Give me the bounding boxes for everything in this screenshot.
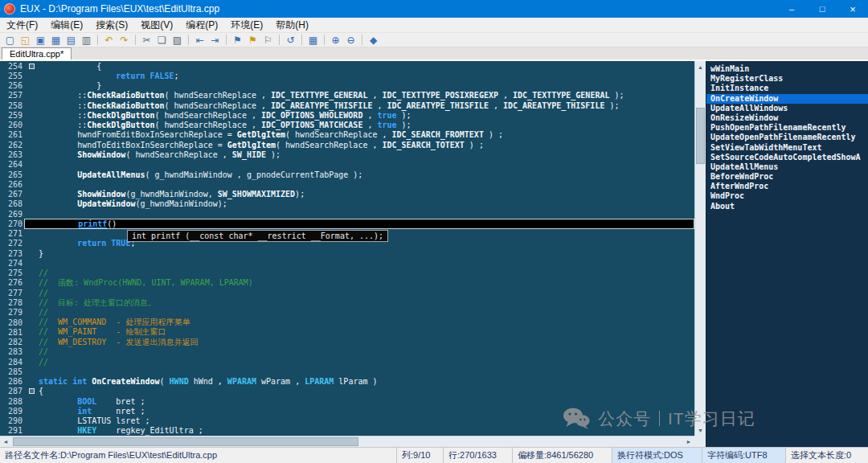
code-line[interactable]: 257 ::CheckRadioButton( hwndSearchReplac… [0,91,694,100]
code-line[interactable]: 265 UpdateAllMenus( g_hwndMainWindow , g… [0,170,694,179]
code-line[interactable]: 259 ::CheckDlgButton( hwndSearchReplace … [0,110,694,120]
close-button[interactable]: × [837,0,868,18]
horizontal-scrollbar[interactable]: ◄ ► [0,436,694,447]
line-number[interactable]: 272 [0,239,24,248]
line-number[interactable]: 287 [0,387,24,395]
minimize-button[interactable]: – [776,0,807,18]
copy-button[interactable]: ❏ [154,33,170,47]
line-number[interactable]: 281 [0,328,24,337]
bookmark-next-button[interactable]: ⚑ [245,33,260,47]
line-number[interactable]: 273 [0,249,24,258]
horizontal-scrollbar-thumb[interactable] [13,437,358,446]
line-number[interactable]: 279 [0,308,24,317]
vertical-scrollbar[interactable]: ▲ ▼ [694,61,706,436]
line-number[interactable]: 266 [0,180,24,189]
function-list-item[interactable]: AfterWndProc [706,182,868,191]
code-line[interactable]: 258 ::CheckRadioButton( hwndSearchReplac… [0,100,694,110]
bookmark-clear-button[interactable]: ⚐ [260,33,276,47]
maximize-button[interactable]: □ [807,0,837,18]
line-number[interactable]: 259 [0,111,24,120]
code-line[interactable]: 255 return FALSE; [0,71,694,80]
line-number[interactable]: 283 [0,347,24,356]
line-number[interactable]: 269 [0,210,24,219]
code-line[interactable]: 273} [0,248,694,258]
code-line[interactable]: 286static int OnCreateWindow( HWND hWnd … [0,377,694,387]
line-number[interactable]: 286 [0,377,24,386]
paste-button[interactable]: ▨ [170,33,185,47]
line-number[interactable]: 268 [0,199,24,208]
redo-button[interactable]: ↷ [117,33,132,47]
code-line[interactable]: 278// 目标: 处理主窗口的消息。 [0,297,694,307]
function-list-item[interactable]: UpdateOpenPathFilenameRecently [706,133,868,142]
code-line[interactable]: 283// [0,347,694,357]
print-button[interactable]: ▥ [79,33,94,47]
code-line[interactable]: 263 ShowWindow( hwndSearchReplace , SW_H… [0,150,694,159]
function-list-item[interactable]: OnResizeWindow [706,113,868,123]
code-line[interactable]: 264 [0,160,694,170]
scroll-right-icon[interactable]: ► [683,436,694,447]
code-line[interactable]: 256 } [0,81,694,91]
line-number[interactable]: 280 [0,318,24,327]
window-list-button[interactable]: ▦ [305,33,321,47]
tab-editultra-cpp[interactable]: EditUltra.cpp* [2,47,72,59]
line-number[interactable]: 278 [0,298,24,307]
line-number[interactable]: 291 [0,426,24,435]
function-list-item[interactable]: MyRegisterClass [706,74,868,84]
line-number[interactable]: 276 [0,278,24,287]
line-number[interactable]: 271 [0,229,24,238]
line-number[interactable]: 254 [0,62,24,71]
line-number[interactable]: 290 [0,416,24,425]
function-list-item[interactable]: OnCreateWindow [706,94,868,104]
line-number[interactable]: 255 [0,72,24,80]
new-file-button[interactable]: ▢ [2,33,18,47]
line-number[interactable]: 275 [0,268,24,277]
vertical-scrollbar-thumb[interactable] [696,108,705,164]
line-number[interactable]: 285 [0,367,24,376]
menu-item-file[interactable]: 文件(F) [0,18,44,33]
code-line[interactable]: 254 { [0,61,694,71]
line-number[interactable]: 284 [0,358,24,367]
code-line[interactable]: 266 [0,179,694,189]
code-line[interactable]: 284// [0,357,694,367]
fold-marker-icon[interactable] [29,388,35,394]
zoom-in-button[interactable]: ⊕ [328,33,343,47]
menu-item-help[interactable]: 帮助(H) [269,18,315,33]
undo-button[interactable]: ↶ [101,33,117,47]
line-number[interactable]: 258 [0,101,24,110]
line-number[interactable]: 264 [0,160,24,169]
menu-item-program[interactable]: 编程(P) [179,18,224,33]
code-line[interactable]: 268 UpdateWindow(g_hwndMainWindow); [0,199,694,209]
line-number[interactable]: 282 [0,338,24,346]
open-file-button[interactable]: ◱ [18,33,33,47]
menu-item-search[interactable]: 搜索(S) [89,18,134,33]
function-list-item[interactable]: BeforeWndProc [706,172,868,182]
menu-item-edit[interactable]: 编辑(E) [44,18,89,33]
code-line[interactable]: 287{ [0,387,694,396]
code-line[interactable]: 274 [0,258,694,268]
line-number[interactable]: 289 [0,407,24,416]
code-line[interactable]: 261 hwndFromEditBoxInSearchReplace = Get… [0,130,694,140]
line-number[interactable]: 277 [0,289,24,297]
function-list-item[interactable]: UpdateAllMenus [706,162,868,172]
function-list-item[interactable]: UpdateAllWindows [706,104,868,113]
code-line[interactable]: 285 [0,367,694,376]
code-line[interactable]: 288 BOOL bret ; [0,396,694,406]
code-line[interactable]: 276// 函数: WndProc(HWND, UINT, WPARAM, LP… [0,278,694,288]
fold-marker-icon[interactable] [29,64,35,69]
cut-button[interactable]: ✂ [139,33,154,47]
menu-item-environment[interactable]: 环境(E) [224,18,269,33]
code-line[interactable]: 267 ShowWindow(g_hwndMainWindow, SW_SHOW… [0,189,694,199]
menu-item-view[interactable]: 视图(V) [134,18,179,33]
line-number[interactable]: 265 [0,170,24,179]
line-number[interactable]: 267 [0,190,24,199]
editor-pane[interactable]: 254 {255 return FALSE;256 }257 ::CheckRa… [0,61,694,436]
line-number[interactable]: 270 [0,219,24,228]
save-file-button[interactable]: ▣ [33,33,48,47]
bookmark-toggle-button[interactable]: ⚑ [230,33,245,47]
line-number[interactable]: 263 [0,150,24,159]
code-line[interactable]: 282// WM_DESTROY - 发送退出消息并返回 [0,337,694,346]
code-line[interactable]: 262 hwndToEditBoxInSearchReplace = GetDl… [0,140,694,150]
function-list-item[interactable]: WndProc [706,191,868,201]
indent-button[interactable]: ⇥ [207,33,223,47]
line-number[interactable]: 274 [0,259,24,268]
